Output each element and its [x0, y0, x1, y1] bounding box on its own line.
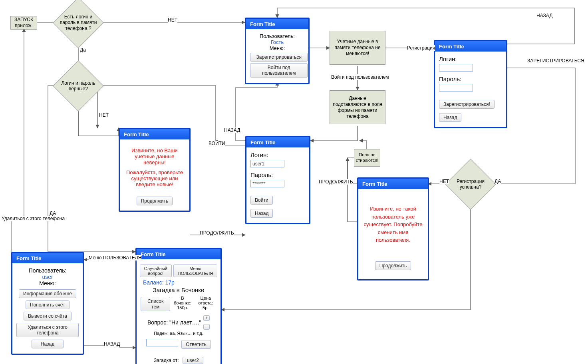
question-text: Вопрос: "Ни лает…." [147, 319, 201, 326]
riddle-from-label: Загадка от: [154, 358, 179, 363]
user-menu-button[interactable]: Меню ПОЛЬЗОВАТЕЛЯ [173, 265, 217, 277]
edge-no-2: НЕТ [99, 112, 109, 118]
form-guest: Form Title Пользователь: Гость Меню: Зар… [245, 18, 310, 84]
riddle-title: Загадка в Бочонке [141, 286, 217, 293]
guest-user-name: Гость [250, 39, 304, 45]
form-guest-title: Form Title [246, 19, 308, 29]
user-exists-continue-button[interactable]: Продолжить [375, 261, 411, 270]
reg-login-input[interactable] [439, 64, 473, 72]
edge-continue-1: ПРОДОЛЖИТЬ [200, 230, 234, 236]
login-login-input[interactable] [250, 160, 284, 167]
decision-credentials-ok: Логин и пароль верные? [60, 68, 96, 104]
edge-reg: Регистрация [407, 45, 435, 51]
reg-pass-input[interactable] [439, 84, 473, 91]
decision-registration-ok-label: Регистрация успешна? [453, 179, 489, 190]
decision-have-credentials: Есть логин и пароль в памяти телефона ? [60, 5, 96, 41]
register-submit-button[interactable]: Зарегистрироваться! [439, 100, 495, 109]
edge-back-3: НАЗАД [104, 341, 120, 347]
register-back-button[interactable]: Назад [439, 113, 461, 122]
decision-credentials-ok-label: Логин и пароль верные? [56, 80, 100, 92]
guest-user-label: Пользователь: [250, 33, 304, 39]
login-login-label: Логин: [250, 151, 305, 158]
form-registration: Form Title Логин: Пароль: Зарегистрирова… [434, 40, 507, 128]
topup-button[interactable]: Пополнить счёт [26, 300, 70, 309]
usermenu-back-button[interactable]: Назад [32, 340, 64, 348]
answer-button[interactable]: Ответить [181, 340, 211, 349]
proc-keep-fields: Поля не стираются! [354, 149, 380, 167]
form-user-exists: Form Title Извините, но такой пользовате… [357, 177, 429, 280]
form-login-title: Form Title [246, 137, 309, 147]
edge-continue-2: ПРОДОЛЖИТЬ [319, 179, 353, 185]
proc-fill-credentials: Данные подставляются в поля формы из пам… [330, 90, 385, 124]
edge-yes-1: Да [80, 47, 86, 53]
form-registration-title: Form Title [435, 41, 506, 52]
decision-registration-ok: Регистрация успешна? [453, 166, 489, 202]
guest-menu-label: Меню: [250, 45, 304, 51]
error-continue-button[interactable]: Продолжить [137, 197, 173, 205]
usermenu-menu-label: Меню: [16, 280, 79, 286]
random-question-button[interactable]: Случайный вопрос! [140, 265, 172, 277]
edge-login-user: Войти под пользователем [331, 74, 389, 80]
login-pass-input[interactable] [250, 180, 284, 187]
proc-keep-fields-label: Поля не стираются! [356, 152, 378, 163]
decision-have-credentials-label: Есть логин и пароль в памяти телефона ? [56, 14, 100, 31]
user-exists-text: Извините, но такой пользователь уже суще… [362, 205, 424, 244]
withdraw-button[interactable]: Вывести со счёта [24, 312, 72, 320]
riddle-from-value[interactable]: user2 [183, 357, 203, 364]
edge-back-2: НАЗАД [536, 13, 552, 18]
usermenu-user-label: Пользователь: [16, 267, 79, 274]
edge-no-3: НЕТ [439, 179, 449, 184]
form-error-credentials: Form Title Извините, но Ваши учетные дан… [119, 128, 191, 212]
login-back-button[interactable]: Назад [250, 209, 273, 218]
balance-label: Баланс: 17р [143, 279, 217, 286]
start-label: ЗАПУСК прилож. [12, 17, 35, 29]
reg-login-label: Логин: [439, 56, 502, 62]
form-user-exists-title: Form Title [358, 179, 428, 189]
error-line2: Пожалуйста, проверьте существующие или в… [124, 169, 185, 187]
form-game: Form Title Случайный вопрос! Меню ПОЛЬЗО… [135, 248, 222, 364]
form-user-menu: Form Title Пользователь: user Меню: Инфо… [11, 252, 84, 355]
proc-keep-credentials: Учетные данные в памяти телефона не меня… [330, 31, 385, 65]
register-button[interactable]: Зарегистрироваться [250, 53, 308, 62]
form-user-menu-title: Form Title [12, 253, 83, 263]
flowchart-canvas: ЗАПУСК прилож. Есть логин и пароль в пам… [0, 0, 588, 364]
proc-keep-credentials-label: Учетные данные в памяти телефона не меня… [332, 39, 383, 57]
error-line1: Извините, но Ваши учетные данные неверны… [124, 147, 185, 165]
form-game-title: Form Title [137, 249, 220, 259]
minus-button[interactable]: - [203, 324, 210, 330]
proc-fill-credentials-label: Данные подставляются в поля формы из пам… [332, 95, 383, 119]
form-error-title: Form Title [120, 129, 189, 139]
price-value: 5р. [195, 305, 217, 310]
edge-register: ЗАРЕГИСТРИРОВАТЬСЯ [527, 58, 584, 64]
edge-enter: ВОЙТИ [209, 141, 225, 146]
barrel-label: В бочонке: [173, 296, 191, 305]
form-login: Form Title Логин: Пароль: Войти Назад [245, 136, 310, 224]
reg-pass-label: Пароль: [439, 76, 502, 82]
plus-button[interactable]: + [203, 315, 210, 321]
edge-yes-2: ДА [50, 211, 56, 216]
edge-no-1: НЕТ [168, 17, 177, 23]
usermenu-user-name: user [16, 274, 79, 280]
barrel-value: 150р. [173, 305, 191, 310]
login-submit-button[interactable]: Войти [250, 196, 273, 205]
price-label: Цена ответа: [195, 296, 217, 305]
start-node: ЗАПУСК прилож. [10, 16, 37, 30]
topics-button[interactable]: Список тем [141, 297, 170, 311]
answer-input[interactable] [146, 339, 178, 346]
login-as-user-button[interactable]: Войти под пользователем [250, 63, 308, 78]
edge-user-menu: Меню ПОЛЬЗОВАТЕЛЯ [89, 255, 141, 261]
login-pass-label: Пароль: [250, 171, 305, 178]
hint-text: Падеж: аа, Язык… и т.д. [141, 331, 217, 336]
edge-yes-3: ДА [495, 179, 501, 184]
edge-delete: Удалиться с этого телефона [2, 216, 65, 221]
edge-back-1: НАЗАД [224, 127, 240, 133]
delete-from-phone-button[interactable]: Удалиться с этого телефона [16, 323, 79, 337]
about-me-button[interactable]: Информация обо мне [19, 289, 76, 298]
